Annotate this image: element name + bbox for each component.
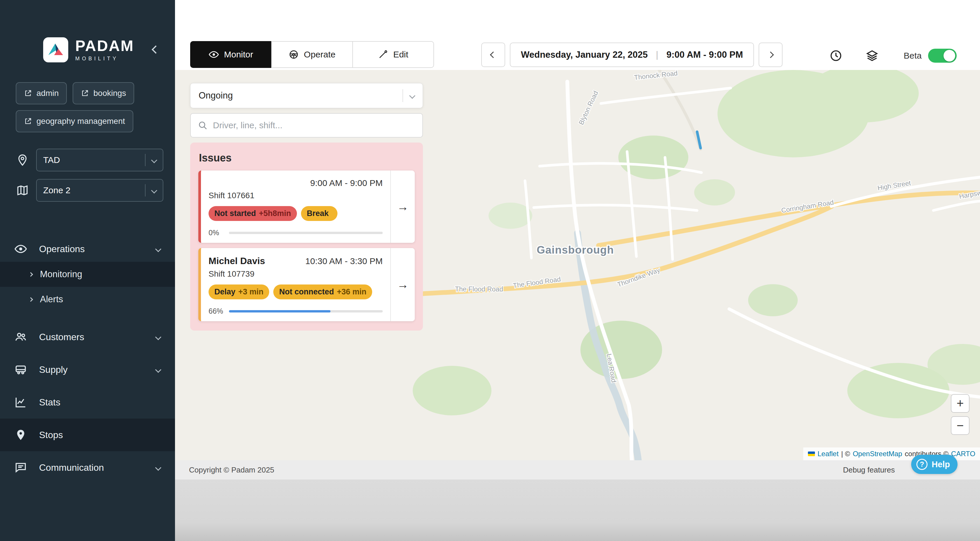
- territory-pin-icon: [16, 154, 29, 166]
- sidebar-item-communication[interactable]: Communication: [0, 451, 175, 484]
- status-badge: Not started +5h8min: [208, 206, 297, 221]
- chevron-down-icon: [409, 92, 415, 98]
- external-link-icon: [81, 89, 89, 97]
- progress-fill: [229, 310, 331, 313]
- sidebar-item-monitoring[interactable]: Monitoring: [0, 262, 175, 287]
- status-badge: Break: [301, 206, 337, 221]
- geography-management-button[interactable]: geography management: [16, 110, 133, 132]
- main-content: Monitor Operate Edit Wednesday, January …: [175, 0, 980, 541]
- city-label: Gainsborough: [537, 244, 614, 256]
- help-button[interactable]: ? Help: [911, 455, 958, 474]
- chevron-left-icon: [490, 52, 497, 58]
- sidebar-item-customers[interactable]: Customers: [0, 320, 175, 353]
- map-zoom-control: + −: [951, 394, 969, 435]
- vehicle-icon: [14, 363, 27, 376]
- footer-strip: Copyright © Padam 2025 Debug features: [175, 460, 980, 479]
- chevron-right-icon: [29, 297, 33, 302]
- sidebar-nav: Operations Monitoring Alerts Customers S…: [0, 236, 175, 484]
- admin-button[interactable]: admin: [16, 82, 67, 104]
- territory-select[interactable]: TAD: [36, 149, 163, 171]
- tool-icon: [378, 49, 388, 59]
- shift-card-body: 9:00 AM - 9:00 PM Shift 107661 Not start…: [201, 171, 390, 243]
- status-badge: Delay +3 min: [208, 284, 269, 299]
- tab-operate[interactable]: Operate: [271, 41, 353, 68]
- search-input[interactable]: [213, 121, 415, 130]
- zoom-out-button[interactable]: −: [951, 416, 969, 435]
- geography-management-label: geography management: [37, 117, 125, 126]
- mode-tabs: Monitor Operate Edit: [190, 41, 434, 68]
- status-filter-value: Ongoing: [199, 90, 233, 101]
- external-link-icon: [24, 117, 32, 125]
- bookings-button[interactable]: bookings: [73, 82, 134, 104]
- carto-link[interactable]: CARTO: [951, 450, 975, 458]
- copyright-text: Copyright © Padam 2025: [175, 465, 274, 474]
- sidebar-item-stops[interactable]: Stops: [0, 419, 175, 451]
- customers-label: Customers: [39, 332, 84, 343]
- badge-label: Not connected: [279, 287, 334, 297]
- chat-icon: [14, 462, 27, 474]
- sidebar-item-operations[interactable]: Operations: [0, 236, 175, 262]
- badge-suffix: +5h8min: [259, 209, 291, 218]
- zone-select[interactable]: Zone 2: [36, 179, 163, 202]
- attribution-text: | ©: [841, 450, 850, 458]
- zone-map-icon: [16, 184, 29, 197]
- admin-button-label: admin: [37, 89, 59, 98]
- chevron-left-icon: [152, 45, 160, 53]
- shift-id: Shift 107739: [208, 269, 383, 279]
- divider: [145, 184, 146, 197]
- brand-name: PADAM: [75, 38, 134, 53]
- chevron-right-icon: [29, 272, 33, 277]
- shift-card[interactable]: Michel Davis 10:30 AM - 3:30 PM Shift 10…: [198, 248, 415, 321]
- zoom-in-button[interactable]: +: [951, 394, 969, 413]
- search-icon: [198, 121, 208, 130]
- tab-edit[interactable]: Edit: [352, 41, 434, 68]
- tab-monitor-label: Monitor: [224, 49, 253, 59]
- beta-label: Beta: [904, 51, 922, 60]
- page-background: [175, 479, 980, 541]
- badge-label: Break: [307, 209, 329, 218]
- road-label: The Flood Road: [455, 286, 503, 293]
- brand-subtitle: MOBILITY: [75, 56, 134, 62]
- communication-label: Communication: [39, 462, 104, 473]
- question-mark-icon: ?: [916, 459, 928, 470]
- layers-icon: [865, 49, 878, 62]
- badge-label: Delay: [215, 287, 235, 297]
- date-display[interactable]: Wednesday, January 22, 2025 | 9:00 AM - …: [510, 43, 754, 67]
- badge-suffix: +36 min: [337, 287, 366, 297]
- shift-card[interactable]: 9:00 AM - 9:00 PM Shift 107661 Not start…: [198, 171, 415, 243]
- progress-label: 66%: [208, 307, 224, 316]
- map-layers-button[interactable]: [860, 43, 885, 68]
- divider: [145, 154, 146, 166]
- bookings-button-label: bookings: [93, 89, 126, 98]
- tab-operate-label: Operate: [304, 49, 336, 59]
- status-badge: Not connected +36 min: [273, 284, 372, 299]
- tab-edit-label: Edit: [393, 49, 408, 59]
- time-range: 9:00 AM - 9:00 PM: [667, 49, 743, 60]
- status-filter-select[interactable]: Ongoing: [190, 83, 423, 108]
- operations-label: Operations: [39, 244, 85, 254]
- driver-name: Michel Davis: [208, 255, 265, 267]
- external-link-icon: [24, 89, 32, 97]
- sidebar-collapse-button[interactable]: [150, 44, 162, 56]
- topbar-controls: Beta: [824, 43, 957, 69]
- shift-details-arrow-button[interactable]: →: [390, 248, 415, 321]
- tab-monitor[interactable]: Monitor: [190, 41, 272, 68]
- prev-day-button[interactable]: [481, 43, 505, 67]
- chart-icon: [14, 396, 27, 408]
- help-button-label: Help: [932, 460, 950, 469]
- sidebar-item-alerts[interactable]: Alerts: [0, 287, 175, 312]
- divider: |: [656, 49, 658, 60]
- chevron-down-icon: [155, 246, 161, 252]
- chevron-right-icon: [767, 52, 774, 58]
- arrow-right-icon: →: [397, 200, 409, 213]
- badge-label: Not started: [215, 209, 256, 218]
- leaflet-link[interactable]: Leaflet: [818, 450, 838, 458]
- beta-toggle[interactable]: [928, 49, 957, 63]
- next-day-button[interactable]: [759, 43, 783, 67]
- openstreetmap-link[interactable]: OpenStreetMap: [853, 450, 902, 458]
- shift-id: Shift 107661: [208, 191, 383, 200]
- sidebar-item-stats[interactable]: Stats: [0, 386, 175, 419]
- time-settings-button[interactable]: [824, 43, 848, 68]
- shift-details-arrow-button[interactable]: →: [390, 171, 415, 243]
- sidebar-item-supply[interactable]: Supply: [0, 353, 175, 386]
